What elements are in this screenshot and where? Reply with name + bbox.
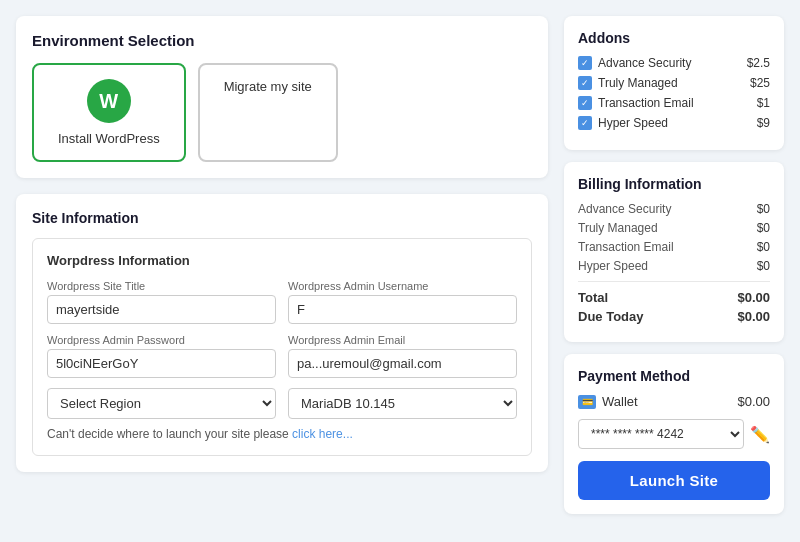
addon-row-3: ✓ Hyper Speed $9 [578, 116, 770, 130]
due-today-label: Due Today [578, 309, 644, 324]
admin-password-group: Wordpress Admin Password [47, 334, 276, 378]
due-today-row: Due Today $0.00 [578, 309, 770, 324]
region-select[interactable]: Select Region [47, 388, 276, 419]
addons-title: Addons [578, 30, 770, 46]
env-install-wordpress[interactable]: W Install WordPress [32, 63, 186, 162]
addon-row-0: ✓ Advance Security $2.5 [578, 56, 770, 70]
card-select[interactable]: **** **** **** 4242 [578, 419, 744, 449]
admin-email-group: Wordpress Admin Email [288, 334, 517, 378]
addon-row-1: ✓ Truly Managed $25 [578, 76, 770, 90]
wordpress-info-inner: Worpdress Information Wordpress Site Tit… [32, 238, 532, 456]
billing-row-2: Transaction Email $0 [578, 240, 770, 254]
billing-label-0: Advance Security [578, 202, 671, 216]
wordpress-icon: W [87, 79, 131, 123]
addon-price-2: $1 [757, 96, 770, 110]
site-title-label: Wordpress Site Title [47, 280, 276, 292]
admin-email-label: Wordpress Admin Email [288, 334, 517, 346]
env-migrate-site[interactable]: Migrate my site [198, 63, 338, 162]
wallet-icon: 💳 [578, 395, 596, 409]
site-title-input[interactable] [47, 295, 276, 324]
billing-title: Billing Information [578, 176, 770, 192]
billing-list: Advance Security $0 Truly Managed $0 Tra… [578, 202, 770, 273]
wallet-row: 💳 Wallet $0.00 [578, 394, 770, 409]
billing-value-0: $0 [757, 202, 770, 216]
selects-row: Select Region MariaDB 10.145 [47, 388, 517, 419]
total-value: $0.00 [737, 290, 770, 305]
addon-price-3: $9 [757, 116, 770, 130]
billing-value-1: $0 [757, 221, 770, 235]
billing-section: Billing Information Advance Security $0 … [564, 162, 784, 342]
launch-site-button[interactable]: Launch Site [578, 461, 770, 500]
addon-price-1: $25 [750, 76, 770, 90]
admin-password-label: Wordpress Admin Password [47, 334, 276, 346]
form-row-1: Wordpress Site Title Wordpress Admin Use… [47, 280, 517, 324]
addon-checkbox-3[interactable]: ✓ [578, 116, 592, 130]
billing-row-0: Advance Security $0 [578, 202, 770, 216]
site-information-card: Site Information Worpdress Information W… [16, 194, 548, 472]
admin-username-group: Wordpress Admin Username [288, 280, 517, 324]
card-row: **** **** **** 4242 ✏️ [578, 419, 770, 449]
site-title-group: Wordpress Site Title [47, 280, 276, 324]
site-info-title: Site Information [32, 210, 532, 226]
env-install-label: Install WordPress [58, 131, 160, 146]
billing-divider [578, 281, 770, 282]
db-version-select[interactable]: MariaDB 10.145 [288, 388, 517, 419]
env-migrate-label: Migrate my site [224, 79, 312, 94]
billing-label-1: Truly Managed [578, 221, 658, 235]
due-today-value: $0.00 [737, 309, 770, 324]
billing-label-3: Hyper Speed [578, 259, 648, 273]
addon-name-3: Hyper Speed [598, 116, 668, 130]
billing-value-2: $0 [757, 240, 770, 254]
payment-section: Payment Method 💳 Wallet $0.00 **** **** … [564, 354, 784, 514]
wordpress-info-title: Worpdress Information [47, 253, 517, 268]
addon-name-2: Transaction Email [598, 96, 694, 110]
click-here-link[interactable]: click here... [292, 427, 353, 441]
environment-title: Environment Selection [32, 32, 532, 49]
wallet-label: Wallet [602, 394, 638, 409]
environment-selection-card: Environment Selection W Install WordPres… [16, 16, 548, 178]
wallet-value: $0.00 [737, 394, 770, 409]
payment-title: Payment Method [578, 368, 770, 384]
addon-checkbox-1[interactable]: ✓ [578, 76, 592, 90]
addon-price-0: $2.5 [747, 56, 770, 70]
admin-email-input[interactable] [288, 349, 517, 378]
addon-checkbox-0[interactable]: ✓ [578, 56, 592, 70]
billing-row-3: Hyper Speed $0 [578, 259, 770, 273]
admin-username-input[interactable] [288, 295, 517, 324]
addon-checkbox-2[interactable]: ✓ [578, 96, 592, 110]
total-label: Total [578, 290, 608, 305]
addons-list: ✓ Advance Security $2.5 ✓ Truly Managed … [578, 56, 770, 130]
admin-password-input[interactable] [47, 349, 276, 378]
cant-decide-text: Can't decide where to launch your site p… [47, 427, 517, 441]
billing-value-3: $0 [757, 259, 770, 273]
addons-section: Addons ✓ Advance Security $2.5 ✓ Truly M… [564, 16, 784, 150]
addon-name-1: Truly Managed [598, 76, 678, 90]
edit-card-icon[interactable]: ✏️ [750, 425, 770, 444]
addon-row-2: ✓ Transaction Email $1 [578, 96, 770, 110]
billing-label-2: Transaction Email [578, 240, 674, 254]
environment-options: W Install WordPress Migrate my site [32, 63, 532, 162]
billing-row-1: Truly Managed $0 [578, 221, 770, 235]
total-row: Total $0.00 [578, 290, 770, 305]
form-row-2: Wordpress Admin Password Wordpress Admin… [47, 334, 517, 378]
addon-name-0: Advance Security [598, 56, 691, 70]
admin-username-label: Wordpress Admin Username [288, 280, 517, 292]
